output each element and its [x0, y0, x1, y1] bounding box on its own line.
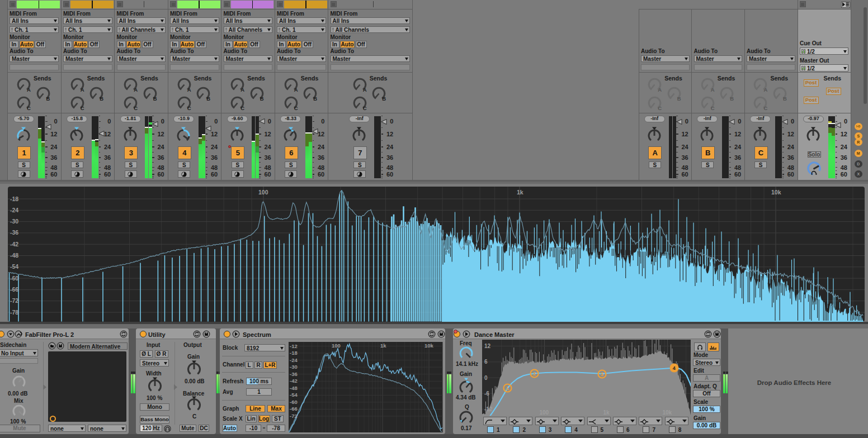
- svg-text:100: 100: [258, 188, 268, 195]
- svg-text:100: 100: [539, 409, 549, 415]
- svg-text:-72: -72: [10, 297, 18, 304]
- svg-text:10k: 10k: [771, 188, 781, 195]
- svg-text:-54: -54: [290, 392, 298, 398]
- svg-text:-42: -42: [290, 378, 298, 384]
- svg-text:-24: -24: [290, 356, 298, 363]
- svg-text:-42: -42: [10, 240, 18, 247]
- svg-text:-18: -18: [10, 195, 18, 202]
- svg-text:2: 2: [532, 371, 535, 377]
- svg-text:-30: -30: [10, 218, 18, 225]
- svg-text:1: 1: [506, 385, 508, 391]
- svg-text:100: 100: [332, 342, 341, 348]
- svg-text:4: 4: [672, 365, 675, 371]
- svg-text:3: 3: [600, 372, 603, 377]
- svg-text:-36: -36: [290, 370, 298, 377]
- svg-text:-72: -72: [290, 413, 298, 419]
- svg-text:10k: 10k: [424, 342, 434, 348]
- svg-text:-30: -30: [290, 364, 298, 370]
- svg-text:-54: -54: [10, 263, 18, 270]
- svg-text:-60: -60: [10, 274, 18, 281]
- svg-text:-78: -78: [10, 308, 18, 315]
- svg-text:-66: -66: [10, 285, 18, 292]
- svg-text:1k: 1k: [603, 409, 610, 415]
- svg-text:-60: -60: [290, 398, 298, 404]
- svg-text:-12: -12: [484, 406, 493, 412]
- svg-text:-6: -6: [484, 390, 489, 396]
- svg-text:6: 6: [484, 359, 488, 365]
- svg-text:-48: -48: [10, 252, 18, 259]
- svg-text:-66: -66: [290, 406, 298, 412]
- svg-text:1k: 1k: [517, 188, 523, 195]
- svg-text:-48: -48: [290, 384, 298, 391]
- svg-text:1k: 1k: [380, 342, 386, 348]
- svg-text:-18: -18: [290, 350, 298, 356]
- svg-text:-12: -12: [290, 342, 298, 349]
- svg-text:-36: -36: [10, 229, 18, 236]
- svg-text:10k: 10k: [662, 409, 672, 415]
- svg-text:0: 0: [484, 374, 488, 380]
- svg-text:-24: -24: [10, 206, 18, 213]
- svg-text:12: 12: [484, 343, 491, 349]
